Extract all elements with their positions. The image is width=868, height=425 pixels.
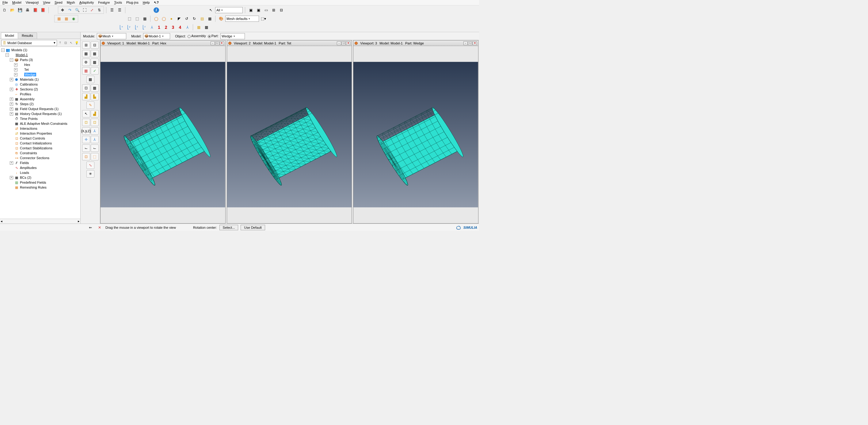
viewport-3[interactable]: Viewport: 3 Model: Model-1 Part: Wedge –… [353, 40, 478, 223]
orient-icon[interactable]: ▦ [195, 24, 202, 31]
render-wire-icon[interactable]: ▦ [56, 15, 62, 22]
tool-edit-4[interactable]: ⊡ [91, 119, 99, 126]
datum-num-4[interactable]: 4 [179, 25, 181, 30]
tree-item-sections-2-[interactable]: +✚Sections (2) [0, 87, 80, 92]
tree-item-assembly[interactable]: +▦Assembly [0, 97, 80, 101]
tab-results[interactable]: Results [18, 32, 37, 39]
tool-seed-part[interactable]: ⊞ [82, 41, 90, 49]
expand-icon[interactable]: − [1, 49, 5, 52]
tool-orphan[interactable]: ▦ [87, 76, 94, 83]
palette-icon[interactable]: 🎨 [218, 15, 224, 22]
menu-viewport[interactable]: Viewport [26, 1, 39, 5]
tool-datum-label[interactable]: (x,y,z) [82, 127, 90, 134]
render-hidden-icon[interactable]: ▦ [63, 15, 69, 22]
viewport-close-icon[interactable]: ✕ [473, 41, 477, 45]
viewport-close-icon[interactable]: ✕ [346, 41, 350, 45]
viewport-min-icon[interactable]: – [337, 41, 341, 45]
tool-verify[interactable]: ✓ [91, 67, 99, 74]
view-sel-2[interactable]: ▣ [255, 7, 262, 13]
tree-item-loads[interactable]: ↓Loads [0, 170, 80, 175]
tool-element[interactable]: ▦ [91, 59, 99, 66]
viewport-3-canvas[interactable] [353, 46, 478, 223]
menu-feature[interactable]: Feature [98, 1, 110, 5]
menu-help[interactable]: Help [143, 1, 150, 5]
tool-edit-1[interactable]: ↖ [82, 110, 90, 117]
cycle-icon[interactable]: ⇅ [96, 7, 103, 13]
datum-num-2[interactable]: 2 [165, 25, 167, 30]
expand-icon[interactable]: + [10, 161, 13, 165]
tree-item-history-output-requests-1-[interactable]: +▤History Output Requests (1) [0, 111, 80, 116]
menu-model[interactable]: Model [12, 1, 22, 5]
tree-item-profiles[interactable]: ⌐Profiles [0, 92, 80, 97]
datum-csys-4[interactable]: ⎣ᶻ [141, 24, 148, 31]
tool-bottom-2[interactable]: ⬚ [91, 153, 99, 160]
tree-item-remeshing-rules[interactable]: ▦Remeshing Rules [0, 185, 80, 190]
viewport-min-icon[interactable]: – [463, 41, 468, 45]
part-combo[interactable]: Wedge▾ [220, 33, 245, 39]
datum-csys-1[interactable]: ⎣ˣ [118, 24, 124, 31]
tree-bulb-icon[interactable]: 💡 [74, 40, 79, 45]
redo-icon[interactable]: ↻ [191, 15, 198, 22]
menu-mesh[interactable]: Mesh [67, 1, 75, 5]
tool-create-2[interactable]: ▦ [91, 84, 99, 92]
tool-datum-ax[interactable]: ⅄ [91, 136, 99, 143]
tree-item-hex[interactable]: +Hex [0, 62, 80, 67]
new-file-icon[interactable]: 🗋 [1, 7, 8, 13]
box-zoom-icon[interactable]: ⛶ [81, 7, 88, 13]
model-combo[interactable]: 📦 Model-1▾ [143, 33, 170, 39]
select-button[interactable]: Select... [219, 225, 239, 230]
tree-item-connector-sections[interactable]: ⊶Connector Sections [0, 155, 80, 160]
viewport-1-canvas[interactable] [100, 46, 225, 223]
tree-item-contact-initializations[interactable]: ⊡Contact Initializations [0, 141, 80, 146]
view-sel-1[interactable]: ▣ [247, 7, 254, 13]
circle-1-icon[interactable]: ◯ [153, 15, 159, 22]
datum-csys-2[interactable]: ⎣ʸ [125, 24, 132, 31]
tree-item-tet[interactable]: +Tet [0, 67, 80, 72]
flag-icon[interactable]: ◤ [176, 15, 182, 22]
pointer-icon[interactable]: ↖ [208, 7, 214, 13]
tool-edit-2[interactable]: ▟ [91, 110, 99, 117]
viewport-close-icon[interactable]: ✕ [220, 41, 224, 45]
tree-item-field-output-requests-1-[interactable]: +▤Field Output Requests (1) [0, 107, 80, 111]
tool-csys-b[interactable]: ⌙ [91, 145, 99, 152]
menu-plugins[interactable]: Plug-ins [126, 1, 138, 5]
menu-tools[interactable]: Tools [114, 1, 122, 5]
mesh-defaults-combo[interactable]: Mesh defaults▾ [225, 16, 259, 22]
datum-csys-3[interactable]: ⎣ᶻ [133, 24, 140, 31]
menu-seed[interactable]: Seed [55, 1, 63, 5]
print-icon[interactable]: 🖶 [24, 7, 31, 13]
rotate-icon[interactable]: ↷ [66, 7, 73, 13]
tool-datum-csys[interactable]: ⅄ [91, 127, 99, 134]
viewport-1[interactable]: Viewport: 1 Model: Model-1 Part: Hex – ☐… [100, 40, 225, 223]
tree-item-ale-adaptive-mesh-constraints[interactable]: ▦ALE Adaptive Mesh Constraints [0, 121, 80, 126]
tree-item-wedge[interactable]: +Wedge [0, 72, 80, 77]
table-icon[interactable]: ▦ [203, 24, 210, 31]
save-icon[interactable]: 💾 [17, 7, 23, 13]
db-icon-1[interactable]: 📕 [32, 7, 39, 13]
tool-mesh-region[interactable]: ▦ [91, 50, 99, 57]
expand-icon[interactable]: + [10, 176, 13, 179]
menu-adaptivity[interactable]: Adaptivity [80, 1, 94, 5]
tree-item-bcs-2-[interactable]: +▦BCs (2) [0, 175, 80, 180]
tree-item-materials-1-[interactable]: +⬣Materials (1) [0, 77, 80, 82]
datum-num-1[interactable]: 1 [158, 25, 160, 30]
menu-file[interactable]: FFileile [2, 1, 8, 5]
tool-create-1[interactable]: ⊡ [82, 84, 90, 92]
expand-icon[interactable]: + [14, 63, 18, 66]
tree-item-models-1-[interactable]: −👥Models (1) [0, 48, 80, 53]
tool-datum-pt[interactable]: ✛ [82, 136, 90, 143]
expand-icon[interactable]: + [10, 107, 13, 111]
tree-hscroll[interactable]: ◂▸ [0, 219, 80, 223]
expand-icon[interactable]: − [10, 58, 13, 62]
tree-item-amplitudes[interactable]: ∿Amplitudes [0, 165, 80, 170]
tool-csys-a[interactable]: ⌙ [82, 145, 90, 152]
tool-gear[interactable]: ✳ [87, 170, 94, 178]
tree-item-interaction-properties[interactable]: ⇄Interaction Properties [0, 131, 80, 136]
menu-view[interactable]: View [43, 1, 50, 5]
tree-item-interactions[interactable]: ⇄Interactions [0, 126, 80, 131]
tool-bottom-1[interactable]: ⊡ [82, 153, 90, 160]
tree-item-contact-controls[interactable]: ⊡Contact Controls [0, 136, 80, 141]
viewport-2-canvas[interactable] [227, 46, 352, 223]
tool-edit-3[interactable]: ⊡ [82, 119, 90, 126]
tree-filter-icon[interactable]: ⊡ [63, 40, 68, 45]
